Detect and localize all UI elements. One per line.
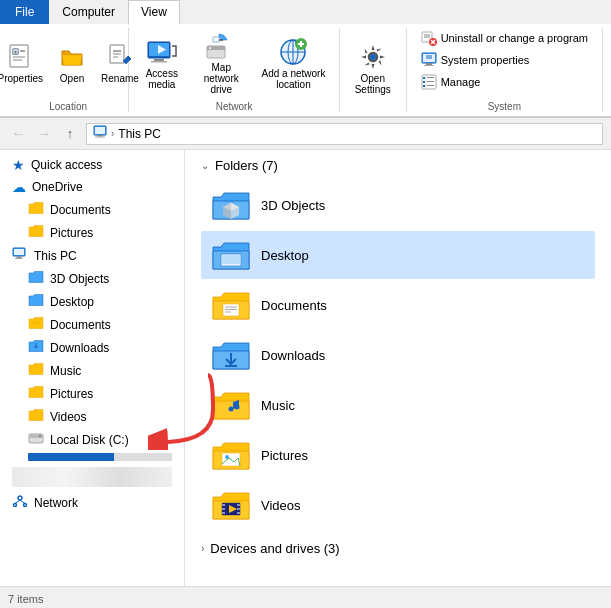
folder-docs-icon [28, 316, 44, 333]
folder-music-label: Music [261, 398, 295, 413]
devices-section-header[interactable]: › Devices and drives (3) [201, 541, 595, 556]
open-settings-button[interactable]: Open Settings [348, 39, 398, 97]
sidebar-item-local-disk[interactable]: Local Disk (C:) [0, 428, 184, 451]
svg-point-21 [209, 47, 211, 49]
uninstall-button[interactable]: Uninstall or change a program [415, 28, 594, 48]
sidebar-item-od-documents[interactable]: Documents [0, 198, 184, 221]
sidebar-item-3d-objects[interactable]: 3D Objects [0, 267, 184, 290]
drive-progress-bar-bg [28, 453, 172, 461]
sidebar-item-downloads[interactable]: Downloads [0, 336, 184, 359]
svg-point-82 [235, 405, 240, 410]
sidebar-label-onedrive: OneDrive [32, 180, 83, 194]
ribbon-group-settings: Open Settings [340, 28, 407, 112]
sidebar-label-local-disk: Local Disk (C:) [50, 433, 129, 447]
folder-desktop-label: Desktop [261, 248, 309, 263]
folder-icon-od-pics [28, 224, 44, 241]
ribbon-group-location: Properties Open [8, 28, 129, 112]
folder-downloads-label: Downloads [261, 348, 325, 363]
folder-videos-icon-main [211, 487, 251, 523]
ribbon-group-network: Access media Map network [129, 28, 340, 112]
svg-point-65 [18, 496, 22, 500]
open-icon [56, 41, 88, 73]
sidebar-label-network: Network [34, 496, 78, 510]
svg-rect-48 [423, 81, 425, 83]
svg-rect-51 [427, 85, 434, 86]
svg-rect-86 [222, 504, 225, 506]
properties-label: Properties [0, 73, 43, 84]
svg-rect-55 [95, 137, 105, 138]
svg-rect-50 [423, 85, 425, 87]
tab-computer[interactable]: Computer [49, 0, 128, 24]
folder-item-documents[interactable]: Documents [201, 281, 595, 329]
folder-documents-icon-main [211, 287, 251, 323]
breadcrumb-computer-icon [93, 125, 107, 142]
system-properties-icon [421, 52, 437, 68]
ribbon: File Computer View [0, 0, 611, 118]
system-properties-button[interactable]: System properties [415, 50, 594, 70]
svg-line-69 [20, 500, 25, 504]
svg-rect-90 [237, 508, 240, 510]
sidebar-item-music[interactable]: Music [0, 359, 184, 382]
sidebar-item-this-pc[interactable]: This PC [0, 244, 184, 267]
breadcrumb-arrow: › [111, 128, 114, 139]
folder-3d-objects-icon [211, 187, 251, 223]
settings-buttons: Open Settings [348, 28, 398, 108]
nav-up-button[interactable]: ↑ [60, 124, 80, 144]
sidebar-item-documents[interactable]: Documents [0, 313, 184, 336]
sidebar-item-videos[interactable]: Videos [0, 405, 184, 428]
sidebar-item-od-pictures[interactable]: Pictures [0, 221, 184, 244]
folders-section-header[interactable]: ⌄ Folders (7) [201, 158, 595, 173]
manage-button[interactable]: Manage [415, 72, 594, 92]
svg-rect-18 [151, 61, 167, 63]
tab-view[interactable]: View [128, 0, 180, 25]
ribbon-group-system: Uninstall or change a program System pro… [407, 28, 603, 112]
access-media-icon [146, 36, 178, 68]
location-label: Location [49, 97, 87, 112]
folder-videos-icon-sidebar [28, 408, 44, 425]
ribbon-tabs: File Computer View [0, 0, 611, 24]
settings-icon [357, 41, 389, 73]
svg-rect-59 [15, 258, 23, 259]
sidebar-label-this-pc: This PC [34, 249, 77, 263]
cloud-icon: ☁ [12, 179, 26, 195]
sidebar-item-quick-access[interactable]: ★ Quick access [0, 154, 184, 176]
drive-progress-container [0, 451, 184, 465]
folder-item-music[interactable]: Music [201, 381, 595, 429]
folder-icon-od-docs [28, 201, 44, 218]
add-network-label: Add a network location [260, 68, 327, 90]
svg-rect-42 [426, 63, 432, 65]
svg-rect-54 [97, 135, 103, 137]
folder-item-desktop[interactable]: Desktop [201, 231, 595, 279]
map-network-drive-button[interactable]: Map network drive [190, 28, 252, 97]
svg-rect-53 [95, 127, 105, 134]
folder-item-3d-objects[interactable]: 3D Objects [201, 181, 595, 229]
folder-item-downloads[interactable]: Downloads [201, 331, 595, 379]
sidebar-label-3d-objects: 3D Objects [50, 272, 109, 286]
folders-grid: 3D Objects Desktop [201, 181, 595, 529]
sidebar-item-desktop[interactable]: Desktop [0, 290, 184, 313]
sidebar-label-od-pictures: Pictures [50, 226, 93, 240]
main-container: ★ Quick access ☁ OneDrive Documents [0, 150, 611, 586]
sidebar-item-network[interactable]: Network [0, 491, 184, 514]
folders-section-label: Folders (7) [215, 158, 278, 173]
folder-pictures-icon-main [211, 437, 251, 473]
access-media-button[interactable]: Access media [137, 34, 186, 92]
breadcrumb[interactable]: › This PC [86, 123, 603, 145]
devices-section-label: Devices and drives (3) [210, 541, 339, 556]
ribbon-content: Properties Open [0, 24, 611, 117]
open-button[interactable]: Open [51, 39, 93, 86]
drive-progress-fill [28, 453, 114, 461]
sidebar-item-pictures[interactable]: Pictures [0, 382, 184, 405]
svg-rect-43 [424, 65, 434, 66]
folder-downloads-icon-main [211, 337, 251, 373]
tab-file[interactable]: File [0, 0, 49, 24]
sidebar-item-onedrive[interactable]: ☁ OneDrive [0, 176, 184, 198]
nav-forward-button[interactable]: → [34, 124, 54, 144]
sidebar-label-documents: Documents [50, 318, 111, 332]
folder-item-pictures[interactable]: Pictures [201, 431, 595, 479]
add-network-location-button[interactable]: Add a network location [256, 34, 331, 92]
properties-button[interactable]: Properties [0, 39, 47, 86]
folder-item-videos[interactable]: Videos [201, 481, 595, 529]
folder-3d-objects-label: 3D Objects [261, 198, 325, 213]
nav-back-button[interactable]: ← [8, 124, 28, 144]
